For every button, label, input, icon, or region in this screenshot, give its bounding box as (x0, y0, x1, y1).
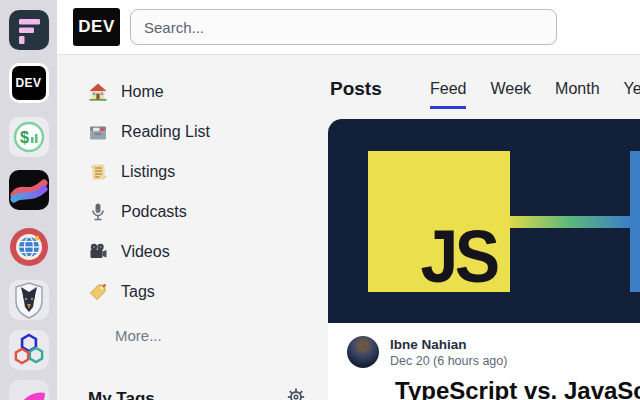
wave-ribbon-icon (9, 170, 49, 210)
post-cover-image: JS (328, 119, 640, 323)
money-app-icon[interactable]: $ (9, 117, 49, 157)
posts-heading: Posts (330, 78, 382, 100)
doberman-app-icon[interactable] (9, 280, 49, 320)
tab-month[interactable]: Month (555, 80, 599, 109)
sidebar-item-label: Reading List (121, 123, 210, 141)
dog-shield-icon (9, 280, 49, 320)
post-title[interactable]: TypeScript vs. JavaScript (395, 377, 640, 400)
tags-icon (88, 282, 108, 302)
content-area: Home Reading List Listings (57, 56, 640, 400)
sidebar-item-videos[interactable]: Videos (57, 232, 328, 272)
svg-text:$: $ (20, 129, 29, 146)
top-header: DEV (57, 0, 640, 55)
sidebar-item-label: Listings (121, 163, 175, 181)
hexagons-app-icon[interactable] (9, 330, 49, 370)
forem-app-icon[interactable] (9, 10, 49, 50)
dev-logo-text: DEV (78, 17, 114, 37)
sidebar-item-label: Tags (121, 283, 155, 301)
js-logo-text: JS (421, 227, 497, 288)
author-row: Ibne Nahian Dec 20 (6 hours ago) (347, 336, 640, 368)
home-icon (88, 82, 108, 102)
reading-list-icon (88, 122, 108, 142)
videos-icon (88, 242, 108, 262)
petal-icon (9, 380, 49, 400)
sidebar-nav: Home Reading List Listings (57, 56, 328, 352)
author-name[interactable]: Ibne Nahian (390, 337, 507, 352)
feed-period-tabs: Feed Week Month Year (430, 80, 640, 109)
ts-logo (630, 151, 640, 292)
sidebar-more-label: More... (115, 327, 162, 344)
wave-app-icon[interactable] (9, 170, 49, 210)
sidebar-item-listings[interactable]: Listings (57, 152, 328, 192)
hexagons-icon (9, 330, 49, 370)
dollar-signal-icon: $ (11, 119, 47, 155)
post-card-body: Ibne Nahian Dec 20 (6 hours ago) TypeScr… (328, 323, 640, 400)
sidebar-item-label: Videos (121, 243, 170, 261)
my-tags-section: My Tags (88, 383, 308, 400)
dev-app-label: DEV (15, 76, 41, 90)
post-card[interactable]: JS Ibne Nahian Dec 20 (6 hours ago) Type… (328, 119, 640, 400)
search-input[interactable] (130, 9, 557, 45)
sidebar-item-home[interactable]: Home (57, 72, 328, 112)
community-club-app-icon[interactable] (9, 227, 49, 267)
sidebar-more-link[interactable]: More... (57, 318, 328, 352)
sidebar-item-label: Podcasts (121, 203, 187, 221)
author-avatar[interactable] (347, 336, 379, 368)
sidebar-item-podcasts[interactable]: Podcasts (57, 192, 328, 232)
tab-week[interactable]: Week (490, 80, 531, 109)
tab-feed[interactable]: Feed (430, 80, 466, 109)
my-tags-heading: My Tags (88, 383, 155, 400)
petal-app-icon[interactable] (9, 380, 49, 400)
tab-year[interactable]: Year (624, 80, 640, 109)
globe-badge-icon (9, 227, 49, 267)
js-logo: JS (368, 151, 510, 292)
dev-logo[interactable]: DEV (73, 8, 120, 46)
js-ts-gradient-connector (510, 216, 630, 228)
app-dock: DEV $ (0, 0, 57, 400)
forem-bars-icon (9, 10, 49, 50)
listings-icon (88, 162, 108, 182)
gear-icon[interactable] (284, 383, 308, 400)
sidebar-item-label: Home (121, 83, 164, 101)
sidebar-item-tags[interactable]: Tags (57, 272, 328, 312)
podcasts-icon (88, 202, 108, 222)
dev-app-icon[interactable]: DEV (9, 63, 49, 103)
post-date: Dec 20 (6 hours ago) (390, 354, 507, 368)
sidebar-item-reading-list[interactable]: Reading List (57, 112, 328, 152)
author-meta: Ibne Nahian Dec 20 (6 hours ago) (390, 337, 507, 368)
